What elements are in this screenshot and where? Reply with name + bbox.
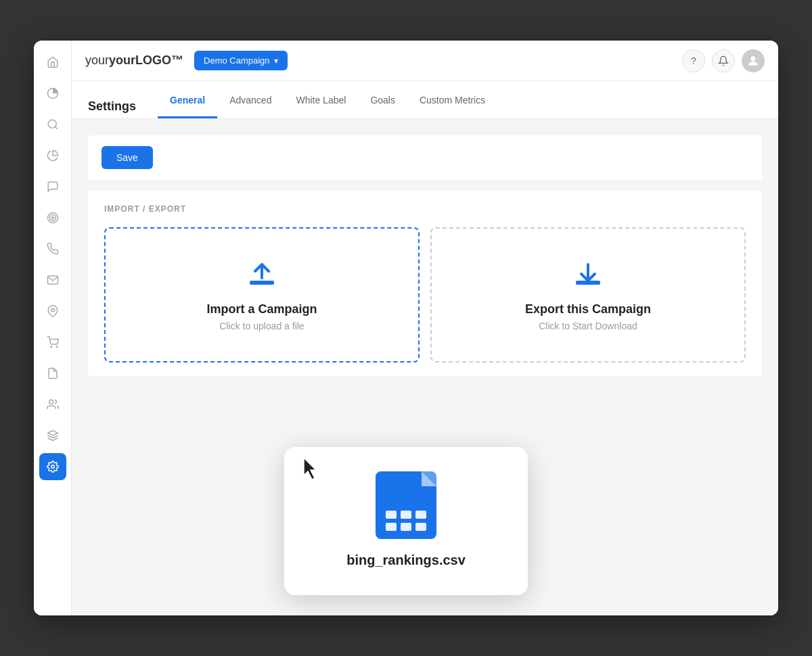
tab-white-label[interactable]: White Label	[284, 84, 358, 118]
download-icon	[572, 259, 604, 291]
sidebar-item-phone[interactable]	[39, 235, 66, 262]
svg-point-5	[51, 217, 53, 219]
logo-text: yourLOGO™	[109, 53, 183, 67]
settings-header: Settings General Advanced White Label Go…	[72, 81, 778, 119]
sidebar-item-settings[interactable]	[39, 453, 66, 480]
svg-rect-22	[415, 523, 426, 531]
sidebar-item-file[interactable]	[39, 360, 66, 387]
svg-rect-20	[386, 523, 397, 531]
svg-point-11	[751, 56, 756, 61]
svg-point-9	[49, 400, 53, 404]
sidebar-item-search[interactable]	[39, 111, 66, 138]
user-avatar[interactable]	[742, 49, 765, 72]
file-name: bing_rankings.csv	[346, 553, 466, 568]
svg-point-1	[48, 120, 56, 128]
import-subtitle: Click to upload a file	[219, 321, 304, 331]
import-box[interactable]: Import a Campaign Click to upload a file	[104, 227, 420, 362]
notifications-button[interactable]	[712, 49, 735, 72]
logo: youryourLOGO™	[85, 53, 183, 68]
sidebar-item-cart[interactable]	[39, 329, 66, 356]
settings-title: Settings	[88, 89, 136, 114]
svg-point-8	[56, 346, 58, 348]
sidebar-item-home[interactable]	[39, 49, 66, 76]
csv-file-icon	[376, 471, 436, 539]
svg-rect-18	[401, 511, 411, 519]
help-button[interactable]: ?	[682, 49, 705, 72]
save-section: Save	[88, 135, 762, 180]
import-export-grid: Import a Campaign Click to upload a file…	[104, 227, 746, 362]
tabs: General Advanced White Label Goals Custo…	[158, 84, 497, 118]
import-title: Import a Campaign	[206, 302, 317, 317]
settings-title-row: Settings General Advanced White Label Go…	[88, 81, 762, 118]
campaign-selector-button[interactable]: Demo Campaign	[194, 51, 288, 70]
section-label: IMPORT / EXPORT	[104, 204, 746, 214]
svg-line-2	[55, 126, 57, 128]
save-button[interactable]: Save	[102, 146, 153, 169]
drag-file-overlay: bing_rankings.csv	[284, 447, 528, 595]
upload-icon	[246, 259, 278, 291]
sidebar	[34, 41, 72, 615]
sidebar-item-target[interactable]	[39, 204, 66, 231]
svg-point-4	[49, 215, 55, 221]
tab-custom-metrics[interactable]: Custom Metrics	[407, 84, 497, 118]
export-subtitle: Click to Start Download	[539, 321, 637, 331]
sidebar-item-plugin[interactable]	[39, 422, 66, 449]
topbar-right: ?	[682, 49, 765, 72]
tab-goals[interactable]: Goals	[358, 84, 407, 118]
svg-rect-17	[386, 511, 397, 519]
export-box[interactable]: Export this Campaign Click to Start Down…	[430, 227, 746, 362]
svg-point-7	[51, 346, 52, 348]
sidebar-item-chat[interactable]	[39, 173, 66, 200]
svg-point-10	[51, 465, 54, 469]
sidebar-item-users[interactable]	[39, 391, 66, 418]
svg-rect-12	[250, 281, 274, 285]
sidebar-item-chart[interactable]	[39, 142, 66, 169]
topbar: youryourLOGO™ Demo Campaign ?	[72, 41, 778, 81]
sidebar-item-analytics[interactable]	[39, 80, 66, 107]
sidebar-item-mail[interactable]	[39, 266, 66, 294]
import-export-section: IMPORT / EXPORT Import a Campaign Click …	[88, 191, 762, 376]
export-title: Export this Campaign	[525, 302, 651, 317]
csv-icon-svg	[376, 471, 436, 539]
tab-general[interactable]: General	[158, 84, 217, 118]
tab-advanced[interactable]: Advanced	[217, 84, 284, 118]
svg-rect-19	[415, 511, 426, 519]
svg-point-6	[51, 308, 54, 312]
sidebar-item-location[interactable]	[39, 298, 66, 325]
app-window: youryourLOGO™ Demo Campaign ? Settings	[34, 41, 778, 615]
topbar-left: youryourLOGO™ Demo Campaign	[85, 51, 288, 70]
svg-rect-21	[401, 523, 411, 531]
